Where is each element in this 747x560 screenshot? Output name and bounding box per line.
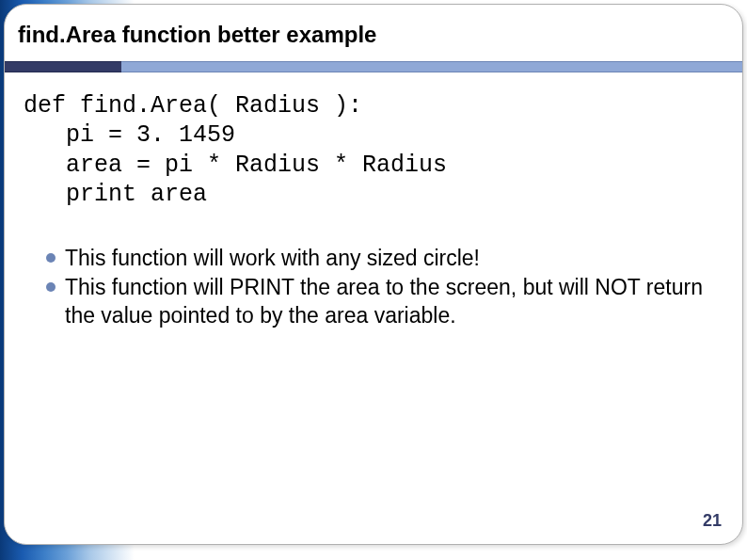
- slide-background: find.Area function better example def fi…: [0, 0, 747, 560]
- slide-body: def find.Area( Radius ): pi = 3. 1459 ar…: [5, 72, 742, 329]
- bullet-icon: [46, 282, 56, 292]
- divider-left-segment: [5, 61, 121, 72]
- code-block: def find.Area( Radius ): pi = 3. 1459 ar…: [24, 91, 723, 209]
- bullet-text: This function will work with any sized c…: [65, 245, 480, 272]
- bullet-text: This function will PRINT the area to the…: [65, 274, 723, 329]
- list-item: This function will work with any sized c…: [46, 245, 723, 272]
- bullet-icon: [46, 253, 56, 263]
- divider-right-segment: [121, 61, 742, 72]
- list-item: This function will PRINT the area to the…: [46, 274, 723, 329]
- content-card: find.Area function better example def fi…: [4, 4, 743, 545]
- page-number: 21: [703, 511, 722, 531]
- divider: [5, 61, 742, 72]
- title-area: find.Area function better example: [5, 5, 742, 57]
- slide-title: find.Area function better example: [18, 22, 729, 48]
- bullet-list: This function will work with any sized c…: [24, 245, 723, 329]
